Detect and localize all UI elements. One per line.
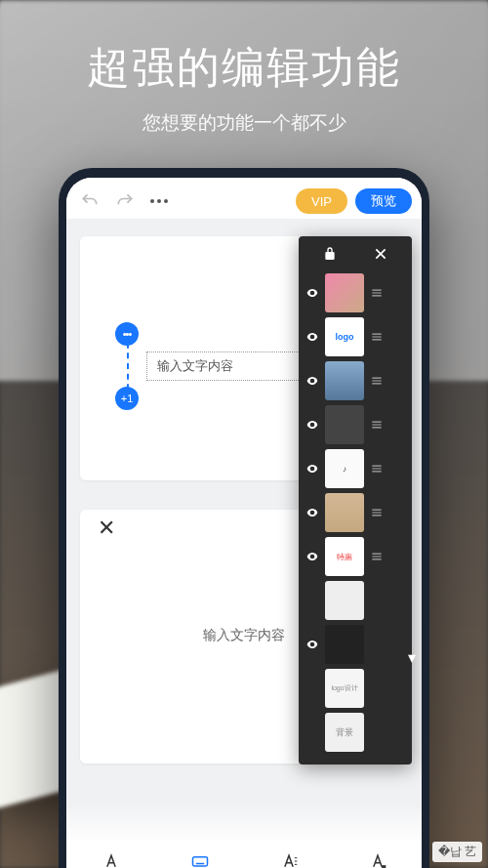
- drag-handle-icon[interactable]: [369, 462, 385, 475]
- layer-thumbnail[interactable]: 特惠: [325, 537, 364, 576]
- layer-row[interactable]: 背景: [305, 713, 406, 752]
- preview-button[interactable]: 预览: [355, 188, 412, 214]
- phone-mockup: VIP 预览 +1 输入文字内容 ✕ 输入文字内容: [59, 168, 429, 868]
- widget-options-handle[interactable]: [115, 322, 139, 346]
- drag-handle-icon[interactable]: [369, 330, 385, 344]
- layer-thumbnail[interactable]: [325, 273, 364, 312]
- layer-thumbnail[interactable]: [325, 405, 364, 444]
- bottom-tab-bar: 预设 键盘 样式 颜色: [66, 842, 422, 868]
- layer-row[interactable]: [305, 361, 406, 400]
- tab-preset[interactable]: 预设: [66, 843, 155, 868]
- layer-row[interactable]: [305, 493, 406, 532]
- svg-rect-0: [192, 857, 207, 866]
- chevron-down-icon[interactable]: ▾: [408, 648, 416, 667]
- layer-thumbnail[interactable]: [325, 493, 364, 532]
- undo-button[interactable]: [76, 187, 103, 215]
- layer-thumbnail[interactable]: [325, 581, 364, 620]
- watermark-icon: �납: [438, 844, 462, 860]
- tab-keyboard[interactable]: 键盘: [155, 843, 244, 868]
- visibility-icon[interactable]: [305, 462, 320, 475]
- tab-color[interactable]: 颜色: [333, 843, 422, 868]
- drag-handle-icon[interactable]: [369, 374, 385, 388]
- layer-thumbnail[interactable]: [325, 625, 364, 664]
- widget-add-handle[interactable]: +1: [115, 387, 139, 410]
- visibility-icon[interactable]: [305, 286, 320, 300]
- editor-toolbar: VIP 预览: [66, 178, 422, 219]
- drag-handle-icon[interactable]: [369, 550, 385, 563]
- visibility-icon[interactable]: [305, 550, 320, 563]
- visibility-icon[interactable]: [305, 506, 320, 519]
- layer-row[interactable]: [305, 581, 406, 620]
- drag-handle-icon[interactable]: [369, 418, 385, 432]
- layer-row[interactable]: [305, 273, 406, 312]
- drag-handle-icon[interactable]: [369, 286, 385, 300]
- layer-row[interactable]: [305, 405, 406, 444]
- vip-badge[interactable]: VIP: [296, 188, 347, 214]
- app-screen: VIP 预览 +1 输入文字内容 ✕ 输入文字内容: [66, 178, 422, 868]
- layer-row[interactable]: logo设计: [305, 669, 406, 708]
- lock-icon[interactable]: [322, 246, 338, 266]
- layer-row[interactable]: ♪: [305, 449, 406, 488]
- drag-handle-icon[interactable]: [369, 506, 385, 519]
- layer-thumbnail[interactable]: logo: [325, 317, 364, 356]
- layers-panel[interactable]: logo ♪: [299, 236, 412, 765]
- visibility-icon[interactable]: [305, 330, 320, 344]
- redo-button[interactable]: [111, 187, 139, 215]
- watermark: �납 艺: [432, 842, 482, 862]
- promo-subtitle: 您想要的功能一个都不少: [0, 110, 488, 136]
- close-icon[interactable]: ✕: [98, 516, 115, 541]
- layer-thumbnail[interactable]: [325, 361, 364, 400]
- panel-close-icon[interactable]: [373, 246, 388, 266]
- layer-row[interactable]: 特惠: [305, 537, 406, 576]
- tab-style[interactable]: 样式: [244, 843, 333, 868]
- layers-panel-header: [305, 244, 406, 273]
- layer-thumbnail[interactable]: logo设计: [325, 669, 364, 708]
- promo-title: 超强的编辑功能: [0, 39, 488, 97]
- visibility-icon[interactable]: [305, 374, 320, 388]
- visibility-icon[interactable]: [305, 418, 320, 432]
- layer-row[interactable]: logo: [305, 317, 406, 356]
- layer-thumbnail[interactable]: 背景: [325, 713, 364, 752]
- promo-header: 超强的编辑功能 您想要的功能一个都不少: [0, 0, 488, 136]
- layer-row[interactable]: [305, 625, 406, 664]
- more-menu-button[interactable]: [150, 199, 168, 203]
- layer-thumbnail[interactable]: ♪: [325, 449, 364, 488]
- visibility-icon[interactable]: [305, 638, 320, 651]
